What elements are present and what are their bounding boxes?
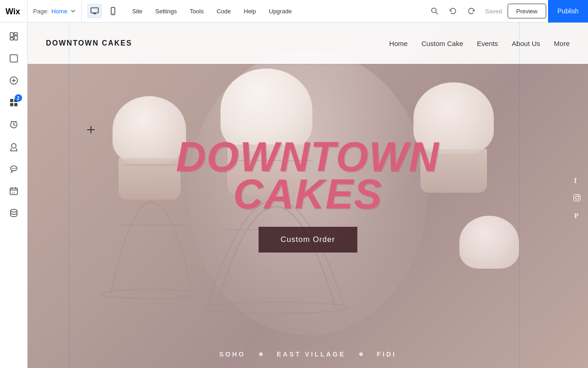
svg-point-31 <box>11 209 17 212</box>
location-dot-2 <box>359 352 363 356</box>
nav-events[interactable]: Events <box>477 40 498 47</box>
location-soho: SOHO <box>219 351 245 358</box>
media-icon[interactable] <box>4 115 24 135</box>
publish-button[interactable]: Publish <box>548 0 588 23</box>
add-element-icon[interactable] <box>4 70 24 91</box>
svg-point-5 <box>113 13 113 14</box>
instagram-icon[interactable] <box>571 192 582 203</box>
preview-button[interactable]: Preview <box>508 4 546 18</box>
svg-rect-1 <box>91 8 98 13</box>
svg-point-40 <box>576 196 579 200</box>
hero-title-line1: DOWNTOWN <box>176 138 440 176</box>
top-right-actions: Saved Preview Publish <box>426 0 588 23</box>
top-nav: Site Settings Tools Code Help Upgrade <box>126 0 298 23</box>
nav-help[interactable]: Help <box>237 0 263 23</box>
svg-point-23 <box>12 168 13 169</box>
desktop-view-button[interactable] <box>87 4 102 18</box>
hero-title-line2: CAKES <box>176 176 440 213</box>
location-fidi: FIDI <box>377 351 396 358</box>
crosshair-cursor[interactable] <box>87 126 95 133</box>
nav-tools[interactable]: Tools <box>183 0 210 23</box>
svg-point-35 <box>101 289 202 299</box>
pinterest-icon[interactable]: P <box>571 210 582 221</box>
social-icons: f P <box>571 175 582 221</box>
svg-line-7 <box>435 12 438 15</box>
locations-bar: SOHO EAST VILLAGE FIDI <box>28 340 588 368</box>
svg-text:Wix: Wix <box>6 7 20 16</box>
site-nav: Home Custom Cake Events About Us More <box>389 40 570 47</box>
svg-point-6 <box>431 8 436 13</box>
apps-icon[interactable]: 2 <box>4 92 24 113</box>
svg-rect-39 <box>574 195 580 201</box>
svg-rect-18 <box>10 103 13 106</box>
nav-custom-cake[interactable]: Custom Cake <box>421 40 463 47</box>
svg-rect-16 <box>10 99 13 102</box>
pages-icon[interactable] <box>4 26 24 46</box>
svg-text:P: P <box>574 212 578 219</box>
database-icon[interactable] <box>4 203 24 223</box>
svg-point-24 <box>13 168 14 169</box>
facebook-icon[interactable]: f <box>571 175 582 186</box>
svg-point-41 <box>578 196 579 196</box>
nav-upgrade[interactable]: Upgrade <box>262 0 298 23</box>
page-label: Page: <box>33 8 49 15</box>
mobile-view-button[interactable] <box>106 4 120 18</box>
site-header: DOWNTOWN CAKES Home Custom Cake Events A… <box>28 23 588 64</box>
svg-rect-11 <box>14 36 17 40</box>
nav-settings[interactable]: Settings <box>149 0 183 23</box>
nav-home[interactable]: Home <box>389 40 407 47</box>
site-logo: DOWNTOWN CAKES <box>46 39 132 47</box>
svg-rect-8 <box>10 33 13 37</box>
nav-more[interactable]: More <box>554 40 570 47</box>
redo-button[interactable] <box>463 3 480 19</box>
svg-rect-12 <box>10 55 17 62</box>
hero-content: DOWNTOWN CAKES Custom Order <box>176 138 440 253</box>
svg-rect-9 <box>10 38 13 40</box>
nav-about-us[interactable]: About Us <box>512 40 540 47</box>
undo-button[interactable] <box>445 3 461 19</box>
hero-section: DOWNTOWN CAKES Home Custom Cake Events A… <box>28 23 588 368</box>
nav-site[interactable]: Site <box>126 0 149 23</box>
page-selector[interactable]: Page: Home <box>28 0 82 23</box>
blog-icon[interactable] <box>4 137 24 157</box>
chat-icon[interactable] <box>4 159 24 179</box>
svg-point-32 <box>202 302 349 313</box>
svg-text:f: f <box>574 177 577 184</box>
view-toggle <box>82 0 126 23</box>
page-name: Home <box>51 8 68 15</box>
saved-status: Saved <box>481 8 506 15</box>
location-east-village: EAST VILLAGE <box>277 351 345 358</box>
svg-rect-10 <box>14 33 17 35</box>
svg-point-21 <box>11 144 16 148</box>
location-dot-1 <box>259 352 263 356</box>
nav-code[interactable]: Code <box>210 0 237 23</box>
custom-order-button[interactable]: Custom Order <box>259 227 357 253</box>
chevron-down-icon <box>70 8 76 14</box>
cupcake-frosting-far-right <box>459 216 519 269</box>
wix-logo[interactable]: Wix <box>0 0 28 23</box>
svg-text:17: 17 <box>11 191 15 194</box>
hero-title: DOWNTOWN CAKES <box>176 138 440 213</box>
search-button[interactable] <box>426 3 443 19</box>
svg-point-25 <box>15 168 16 169</box>
elements-icon[interactable] <box>4 48 24 69</box>
calendar-icon[interactable]: 17 <box>4 181 24 201</box>
svg-rect-19 <box>14 103 17 106</box>
apps-badge: 2 <box>15 94 22 102</box>
left-sidebar: 2 17 <box>0 23 28 368</box>
topbar: Wix Page: Home Site Settings Tools Code … <box>0 0 588 23</box>
canvas: DOWNTOWN CAKES Home Custom Cake Events A… <box>28 23 588 368</box>
